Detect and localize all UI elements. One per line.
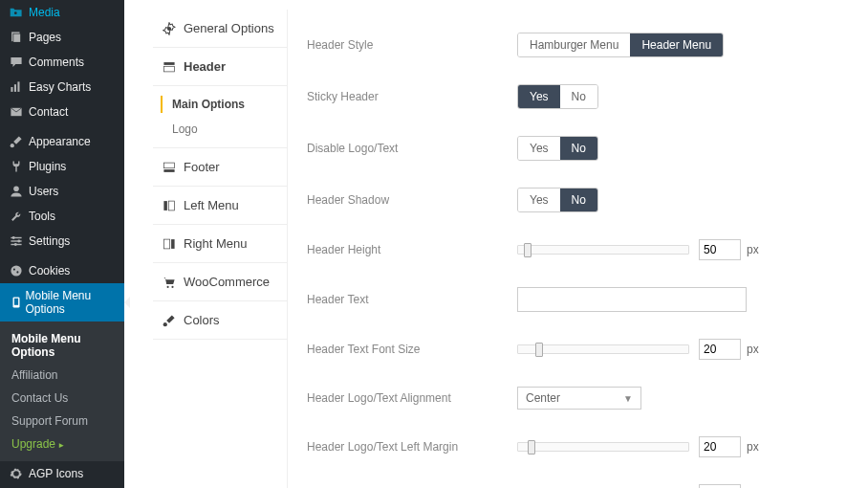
sidebar-item-contact[interactable]: Contact bbox=[0, 100, 124, 124]
sidebar-group: Appearance Plugins Users Tools Settings bbox=[0, 129, 124, 254]
font-size-slider[interactable] bbox=[517, 344, 689, 354]
sidebar-item-tools[interactable]: Tools bbox=[0, 204, 124, 229]
seg-no[interactable]: No bbox=[560, 189, 597, 211]
tab-left-menu[interactable]: Left Menu bbox=[153, 187, 287, 225]
sidebar-item-agp-icons[interactable]: AGP Icons bbox=[0, 461, 124, 486]
subtab-logo[interactable]: Logo bbox=[153, 117, 287, 142]
svg-point-14 bbox=[17, 240, 20, 243]
cookie-icon bbox=[10, 264, 29, 277]
row-sticky-header: Sticky Header Yes No bbox=[307, 71, 820, 122]
svg-point-9 bbox=[13, 186, 19, 191]
seg-yes[interactable]: Yes bbox=[518, 137, 560, 160]
unit-px: px bbox=[747, 343, 759, 356]
svg-rect-27 bbox=[163, 201, 167, 211]
sidebar-item-comments[interactable]: Comments bbox=[0, 50, 124, 75]
cart-icon bbox=[163, 276, 184, 289]
sidebar-group: Media Pages Comments Easy Charts Contact bbox=[0, 0, 124, 124]
wrench-icon bbox=[10, 210, 29, 223]
row-header-style: Header Style Hamburger Menu Header Menu bbox=[307, 19, 820, 71]
row-font-size: Header Text Font Size px bbox=[307, 325, 820, 373]
submenu-item-contact-us[interactable]: Contact Us bbox=[0, 387, 124, 410]
sliders-icon bbox=[10, 234, 29, 248]
left-margin-input[interactable] bbox=[699, 436, 741, 457]
seg-no[interactable]: No bbox=[560, 137, 597, 160]
label-header-text: Header Text bbox=[307, 293, 517, 306]
gear-icon bbox=[163, 22, 184, 35]
chevron-down-icon: ▼ bbox=[623, 393, 633, 404]
sidebar-item-pages[interactable]: Pages bbox=[0, 25, 124, 50]
sidebar-item-settings[interactable]: Settings bbox=[0, 229, 124, 254]
sidebar-item-mobile-menu-options[interactable]: Mobile Menu Options bbox=[0, 283, 124, 322]
header-text-input[interactable] bbox=[517, 287, 747, 312]
sidebar-item-cookies[interactable]: Cookies bbox=[0, 258, 124, 283]
header-height-input[interactable] bbox=[699, 239, 741, 260]
seg-hamburger-menu[interactable]: Hamburger Menu bbox=[518, 33, 630, 56]
mobile-icon bbox=[10, 296, 26, 309]
tab-woocommerce[interactable]: WooCommerce bbox=[153, 263, 287, 301]
seg-no[interactable]: No bbox=[560, 85, 597, 108]
label-disable-logo: Disable Logo/Text bbox=[307, 142, 517, 155]
svg-rect-26 bbox=[163, 163, 174, 168]
gear-icon bbox=[10, 467, 29, 480]
submenu-item-support-forum[interactable]: Support Forum bbox=[0, 410, 124, 433]
options-tabs: General Options Header Main Options Logo… bbox=[153, 10, 287, 488]
row-header-shadow: Header Shadow Yes No bbox=[307, 174, 820, 226]
submenu-item-mobile-menu-options[interactable]: Mobile Menu Options bbox=[0, 327, 124, 364]
seg-header-menu[interactable]: Header Menu bbox=[630, 33, 723, 56]
rightmenu-icon bbox=[163, 237, 184, 251]
svg-rect-30 bbox=[163, 239, 169, 249]
sidebar-item-easycharts[interactable]: Easy Charts bbox=[0, 75, 124, 100]
seg-yes[interactable]: Yes bbox=[518, 85, 560, 108]
mail-icon bbox=[10, 105, 29, 119]
header-style-toggle[interactable]: Hamburger Menu Header Menu bbox=[517, 33, 724, 57]
svg-rect-6 bbox=[17, 81, 19, 92]
right-margin-input[interactable] bbox=[699, 484, 741, 488]
header-shadow-toggle[interactable]: Yes No bbox=[517, 188, 598, 212]
svg-rect-3 bbox=[13, 34, 20, 42]
footer-icon bbox=[163, 161, 184, 174]
sidebar-item-appearance[interactable]: Appearance bbox=[0, 129, 124, 154]
label-left-margin: Header Logo/Text Left Margin bbox=[307, 440, 517, 454]
tab-colors[interactable]: Colors bbox=[153, 301, 287, 340]
subtab-main-options[interactable]: Main Options bbox=[153, 92, 287, 117]
submenu-item-upgrade[interactable]: Upgrade bbox=[0, 433, 124, 455]
label-sticky-header: Sticky Header bbox=[307, 90, 517, 103]
media-icon bbox=[10, 6, 29, 19]
label-font-size: Header Text Font Size bbox=[307, 343, 517, 356]
sidebar-submenu: Mobile Menu Options Affiliation Contact … bbox=[0, 322, 124, 461]
header-icon bbox=[163, 60, 184, 74]
tab-header[interactable]: Header bbox=[153, 48, 287, 86]
row-right-margin: Header Logo/Text Right Margin px bbox=[307, 471, 820, 488]
comments-icon bbox=[10, 55, 29, 69]
row-left-margin: Header Logo/Text Left Margin px bbox=[307, 423, 820, 471]
unit-px: px bbox=[747, 440, 759, 454]
label-header-shadow: Header Shadow bbox=[307, 193, 517, 207]
leftmenu-icon bbox=[163, 199, 184, 212]
font-size-input[interactable] bbox=[699, 339, 741, 360]
sidebar-item-media[interactable]: Media bbox=[0, 0, 124, 25]
svg-point-31 bbox=[167, 285, 169, 287]
label-header-height: Header Height bbox=[307, 243, 517, 256]
alignment-select[interactable]: Center▼ bbox=[517, 387, 641, 410]
seg-yes[interactable]: Yes bbox=[518, 189, 560, 211]
header-height-slider[interactable] bbox=[517, 245, 689, 255]
wp-admin-sidebar: Media Pages Comments Easy Charts Contact… bbox=[0, 0, 124, 488]
svg-rect-5 bbox=[14, 84, 16, 92]
svg-rect-23 bbox=[163, 62, 174, 65]
svg-rect-4 bbox=[11, 87, 12, 92]
svg-rect-29 bbox=[171, 239, 175, 249]
sticky-header-toggle[interactable]: Yes No bbox=[517, 84, 598, 109]
content-area: General Options Header Main Options Logo… bbox=[124, 0, 868, 488]
tab-header-subtabs: Main Options Logo bbox=[153, 86, 287, 148]
sidebar-item-users[interactable]: Users bbox=[0, 179, 124, 204]
plug-icon bbox=[10, 160, 29, 173]
tab-right-menu[interactable]: Right Menu bbox=[153, 225, 287, 263]
left-margin-slider[interactable] bbox=[517, 442, 689, 452]
sidebar-item-plugins[interactable]: Plugins bbox=[0, 154, 124, 179]
tab-general-options[interactable]: General Options bbox=[153, 10, 287, 48]
submenu-item-affiliation[interactable]: Affiliation bbox=[0, 364, 124, 387]
form-panel: Header Style Hamburger Menu Header Menu … bbox=[287, 10, 839, 488]
disable-logo-toggle[interactable]: Yes No bbox=[517, 136, 598, 161]
svg-point-0 bbox=[14, 11, 17, 14]
tab-footer[interactable]: Footer bbox=[153, 148, 287, 187]
